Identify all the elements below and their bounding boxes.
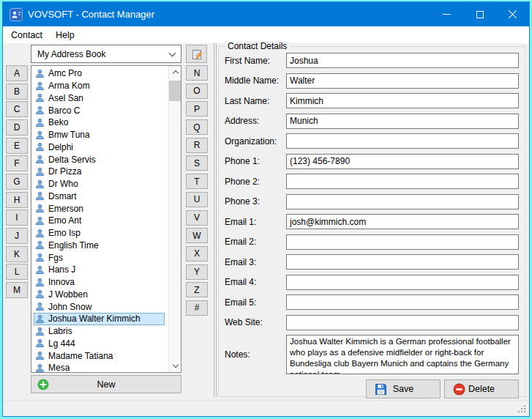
letter-filter-button[interactable]: G bbox=[6, 174, 28, 190]
letter-filter-button[interactable]: X bbox=[186, 246, 208, 262]
person-icon bbox=[35, 363, 45, 373]
letter-filter-button[interactable]: A bbox=[6, 65, 28, 81]
letter-filter-button[interactable]: L bbox=[6, 264, 28, 280]
contact-name: Labris bbox=[48, 326, 72, 336]
group-title: Contact Details bbox=[225, 41, 290, 51]
letter-filter-button[interactable]: H bbox=[6, 192, 28, 208]
field-input[interactable] bbox=[286, 53, 519, 68]
letter-filter-button[interactable]: Y bbox=[186, 264, 208, 280]
contact-list-item[interactable]: Innova bbox=[34, 276, 165, 289]
letter-filter-button[interactable]: R bbox=[186, 138, 208, 153]
field-label: Email 3: bbox=[225, 257, 286, 267]
contact-list-item[interactable]: Emo Ant bbox=[34, 215, 165, 227]
letter-filter-button[interactable]: # bbox=[186, 300, 208, 316]
field-input[interactable] bbox=[286, 294, 519, 310]
letter-filter-button[interactable]: C bbox=[6, 101, 28, 117]
field-row: Email 1: bbox=[225, 214, 519, 229]
save-icon bbox=[375, 383, 387, 396]
letter-filter-button[interactable]: S bbox=[186, 155, 208, 171]
letter-filter-button[interactable]: F bbox=[6, 155, 28, 171]
letter-filter-button[interactable]: Z bbox=[186, 282, 208, 297]
letter-filter-button[interactable]: P bbox=[186, 101, 208, 116]
letter-filter-button[interactable]: B bbox=[6, 84, 28, 100]
contact-list-item[interactable]: Madame Tatiana bbox=[34, 349, 165, 362]
field-row: Email 4: bbox=[225, 275, 519, 290]
letter-filter-button[interactable]: W bbox=[186, 228, 208, 243]
field-input[interactable] bbox=[286, 174, 519, 189]
contact-list-item[interactable]: Emerson bbox=[34, 202, 165, 215]
letter-filter-button[interactable]: V bbox=[186, 210, 208, 226]
letter-filter-button[interactable]: U bbox=[186, 192, 208, 207]
contact-list-item[interactable]: Joshua Walter Kimmich bbox=[34, 313, 165, 325]
contact-list-item[interactable]: English Time bbox=[34, 240, 165, 252]
field-input[interactable] bbox=[286, 194, 519, 210]
contact-name: Delta Servis bbox=[48, 155, 96, 165]
letter-filter-button[interactable]: N bbox=[186, 65, 208, 81]
delete-button[interactable]: Delete bbox=[444, 379, 519, 398]
contact-list-item[interactable]: Labris bbox=[34, 325, 165, 338]
field-input[interactable] bbox=[286, 254, 519, 270]
field-input[interactable] bbox=[286, 315, 519, 330]
field-input[interactable] bbox=[286, 73, 519, 89]
contact-list-item[interactable]: Bmw Tuna bbox=[34, 129, 165, 141]
maximize-button[interactable] bbox=[463, 2, 496, 26]
scrollbar-thumb[interactable] bbox=[169, 81, 181, 101]
field-input[interactable] bbox=[286, 114, 519, 129]
address-book-select[interactable]: My Address Book bbox=[31, 45, 181, 63]
field-input[interactable] bbox=[286, 275, 519, 290]
contact-list-item[interactable]: Arma Kom bbox=[34, 80, 165, 92]
contact-list-item[interactable]: Barco C bbox=[34, 104, 165, 116]
save-button[interactable]: Save bbox=[366, 379, 441, 398]
scroll-up-button[interactable] bbox=[169, 66, 181, 78]
letter-filter-button[interactable]: M bbox=[6, 282, 28, 298]
contact-list-item[interactable]: Dsmart bbox=[34, 190, 165, 203]
menu-item[interactable]: Contact bbox=[4, 29, 49, 42]
field-label: Email 4: bbox=[225, 277, 286, 287]
contact-list-item[interactable]: Beko bbox=[34, 116, 165, 129]
person-icon bbox=[35, 142, 45, 152]
notes-textarea[interactable] bbox=[286, 335, 519, 374]
contact-list-item[interactable]: Asel San bbox=[34, 92, 165, 105]
contact-list-item[interactable]: Dr Who bbox=[34, 178, 165, 190]
contact-list-item[interactable]: Fgs bbox=[34, 251, 165, 264]
contact-list-item[interactable]: Delphi bbox=[34, 141, 165, 154]
menu-item[interactable]: Help bbox=[49, 29, 81, 42]
letter-filter-button[interactable]: Q bbox=[186, 119, 208, 135]
panel-splitter[interactable] bbox=[213, 43, 217, 397]
letter-filter-button[interactable]: D bbox=[6, 119, 28, 136]
contact-list-item[interactable]: Emo Isp bbox=[34, 227, 165, 240]
field-input[interactable] bbox=[286, 93, 519, 108]
contact-list-item[interactable]: Amc Pro bbox=[34, 67, 165, 80]
contact-list[interactable]: Amc Pro Arma Kom Asel San bbox=[31, 65, 181, 373]
field-row: Middle Name: bbox=[225, 73, 519, 89]
field-input[interactable] bbox=[286, 234, 519, 250]
person-icon bbox=[35, 69, 45, 78]
minimize-button[interactable] bbox=[430, 2, 463, 26]
person-icon bbox=[35, 338, 45, 348]
scroll-down-button[interactable] bbox=[169, 360, 181, 372]
field-input[interactable] bbox=[286, 133, 519, 149]
letter-filter-button[interactable]: E bbox=[6, 138, 28, 154]
letter-filter-button[interactable]: T bbox=[186, 174, 208, 189]
close-button[interactable] bbox=[496, 2, 529, 26]
edit-address-book-button[interactable] bbox=[186, 45, 207, 63]
contact-list-item[interactable]: Lg 444 bbox=[34, 338, 165, 350]
letter-filter-button[interactable]: K bbox=[6, 246, 28, 262]
contact-list-item[interactable]: Hans J bbox=[34, 264, 165, 276]
contact-list-item[interactable]: J Wobben bbox=[34, 289, 165, 301]
letter-filter-button[interactable]: J bbox=[6, 228, 28, 244]
letter-filter-button[interactable]: O bbox=[186, 84, 208, 99]
field-input[interactable] bbox=[286, 214, 519, 229]
list-scrollbar[interactable] bbox=[168, 66, 181, 372]
save-button-label: Save bbox=[393, 384, 414, 394]
contact-name: Bmw Tuna bbox=[48, 130, 90, 140]
field-row: Web Site: bbox=[225, 315, 519, 330]
contact-list-item[interactable]: John Snow bbox=[34, 300, 165, 313]
resize-grip[interactable] bbox=[517, 404, 526, 413]
contact-list-item[interactable]: Delta Servis bbox=[34, 153, 165, 166]
field-input[interactable] bbox=[286, 154, 519, 169]
contact-list-item[interactable]: Mesa bbox=[34, 362, 165, 373]
letter-filter-button[interactable]: I bbox=[6, 210, 28, 226]
new-contact-button[interactable]: New bbox=[31, 375, 181, 393]
contact-list-item[interactable]: Dr Pizza bbox=[34, 166, 165, 178]
